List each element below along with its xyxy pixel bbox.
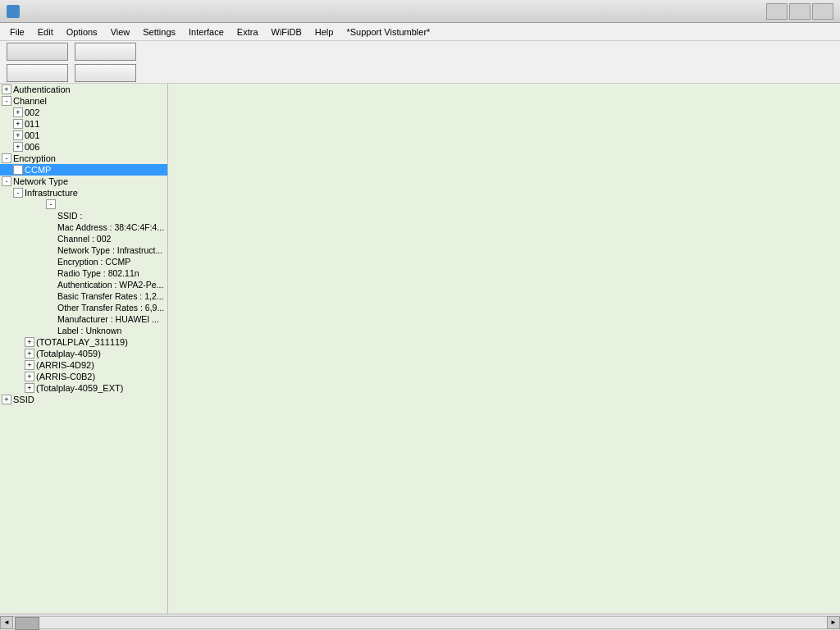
tree-expander[interactable]: - <box>13 165 23 175</box>
titlebar <box>0 0 840 23</box>
tree-expander[interactable]: + <box>2 84 11 94</box>
tree-label: (Totalplay-4059) <box>36 349 101 358</box>
menu-item-file[interactable]: File <box>3 25 31 39</box>
tree-item[interactable]: +001 <box>0 130 167 141</box>
tree-expander[interactable]: + <box>25 337 34 347</box>
tree-item[interactable]: +Authentication <box>0 84 167 95</box>
detail-line: Basic Transfer Rates : 1,2... <box>0 290 167 302</box>
tree-item[interactable]: -Infrastructure <box>0 187 167 199</box>
menu-item-options[interactable]: Options <box>60 25 104 39</box>
tree-label: (TOTALPLAY_311119) <box>36 337 128 347</box>
detail-line: Manufacturer : HUAWEI ... <box>0 313 167 325</box>
window-controls <box>766 3 833 20</box>
tree-item[interactable]: +006 <box>0 141 167 153</box>
tree-expander[interactable]: + <box>25 349 34 358</box>
tree-item[interactable]: -Network Type <box>0 176 167 187</box>
tree-item[interactable]: +011 <box>0 118 167 130</box>
detail-line: Other Transfer Rates : 6,9... <box>0 302 167 313</box>
toolbar-graph-group <box>75 43 136 82</box>
tree-expander[interactable]: - <box>13 188 23 198</box>
tree-label: Infrastructure <box>25 188 78 198</box>
maximize-button[interactable] <box>789 3 810 20</box>
tree-label: 001 <box>25 130 39 140</box>
tree-item[interactable]: +SSID <box>0 394 167 405</box>
graph1-button[interactable] <box>75 43 136 61</box>
tree-expander[interactable]: - <box>2 176 11 186</box>
scroll-right-button[interactable]: ► <box>827 616 840 629</box>
tree-expander[interactable]: + <box>13 119 23 129</box>
tree-label: (Totalplay-4059_EXT) <box>36 383 123 393</box>
tree-label: 002 <box>25 107 39 117</box>
stop-button[interactable] <box>7 43 68 61</box>
detail-line: Authentication : WPA2-Pe... <box>0 279 167 290</box>
tree-item[interactable]: +(TOTALPLAY_311119) <box>0 336 167 348</box>
app-icon <box>7 5 20 18</box>
table-panel[interactable] <box>168 84 840 614</box>
tree-item[interactable]: +002 <box>0 107 167 118</box>
tree-item[interactable]: -CCMP <box>0 164 167 176</box>
detail-line: Mac Address : 38:4C:4F:4... <box>0 221 167 233</box>
detail-line: SSID : <box>0 210 167 221</box>
tree-label: (ARRIS-4D92) <box>36 360 94 370</box>
tree-label: SSID <box>13 395 34 404</box>
close-button[interactable] <box>812 3 833 20</box>
tree-item-detail[interactable]: - <box>0 199 167 210</box>
tree-expander[interactable]: + <box>25 383 34 393</box>
menu-item-wifidb[interactable]: WiFiDB <box>265 25 308 39</box>
tree-expander[interactable]: - <box>2 96 11 106</box>
tree-label: Channel <box>13 96 47 106</box>
tree-label: (ARRIS-C0B2) <box>36 372 95 381</box>
graph2-button[interactable] <box>75 64 136 82</box>
tree-label: Network Type <box>13 176 68 186</box>
detail-line: Radio Type : 802.11n <box>0 267 167 279</box>
scroll-thumb[interactable] <box>15 617 39 630</box>
menu-item-edit[interactable]: Edit <box>31 25 60 39</box>
tree-expander[interactable]: + <box>13 130 23 140</box>
tree-panel[interactable]: +Authentication-Channel+002+011+001+006-… <box>0 84 168 614</box>
minimize-button[interactable] <box>766 3 788 20</box>
detail-line: Network Type : Infrastruct... <box>0 244 167 256</box>
tree-label: CCMP <box>25 165 51 175</box>
gps-button[interactable] <box>7 64 68 82</box>
toolbar-button-group <box>7 43 68 82</box>
menu-item-supportvistumbler[interactable]: *Support Vistumbler* <box>340 25 436 39</box>
tree-expander[interactable]: + <box>13 107 23 117</box>
menu-item-help[interactable]: Help <box>308 25 340 39</box>
tree-item[interactable]: +(Totalplay-4059_EXT) <box>0 382 167 394</box>
tree-expander[interactable]: - <box>46 199 56 209</box>
tree-item[interactable]: +(Totalplay-4059) <box>0 348 167 359</box>
tree-expander[interactable]: - <box>2 153 11 163</box>
tree-label: 011 <box>25 119 39 129</box>
menubar: FileEditOptionsViewSettingsInterfaceExtr… <box>0 23 840 41</box>
tree-expander[interactable]: + <box>25 360 34 370</box>
toolbar <box>0 41 840 84</box>
detail-line: Label : Unknown <box>0 325 167 336</box>
tree-expander[interactable]: + <box>2 395 11 404</box>
detail-line: Encryption : CCMP <box>0 256 167 267</box>
tree-expander[interactable]: + <box>25 372 34 381</box>
tree-item[interactable]: +(ARRIS-C0B2) <box>0 371 167 382</box>
menu-item-view[interactable]: View <box>104 25 137 39</box>
tree-item[interactable]: +(ARRIS-4D92) <box>0 359 167 371</box>
scroll-left-button[interactable]: ◄ <box>0 616 13 629</box>
tree-label: Encryption <box>13 153 56 163</box>
tree-label: Authentication <box>13 84 71 94</box>
tree-label: 006 <box>25 142 39 152</box>
detail-line: Channel : 002 <box>0 233 167 244</box>
bottom-scrollbar[interactable]: ◄ ► <box>0 614 840 630</box>
tree-expander[interactable]: + <box>13 142 23 152</box>
tree-item[interactable]: -Encryption <box>0 153 167 164</box>
tree-item[interactable]: -Channel <box>0 95 167 107</box>
menu-item-settings[interactable]: Settings <box>136 25 182 39</box>
main-content: +Authentication-Channel+002+011+001+006-… <box>0 84 840 614</box>
menu-item-extra[interactable]: Extra <box>231 25 265 39</box>
menu-item-interface[interactable]: Interface <box>182 25 231 39</box>
